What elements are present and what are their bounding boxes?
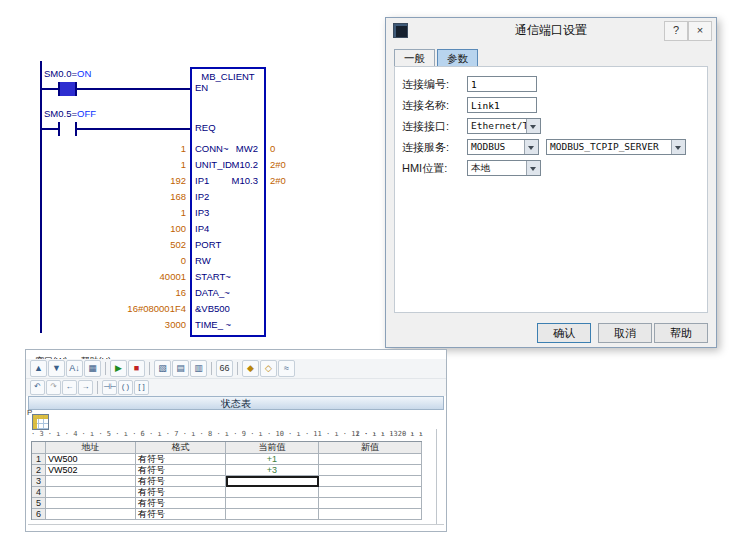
- run-icon[interactable]: ▶: [110, 360, 127, 377]
- address-cell[interactable]: [46, 487, 136, 498]
- status-chart-panel-header[interactable]: 状态表: [28, 396, 444, 410]
- unforce-icon[interactable]: ◇: [260, 360, 277, 377]
- comm-port-settings-dialog: 通信端口设置 ? × 一般参数 连接编号:连接名称:连接接口:Ethernet/…: [385, 17, 717, 348]
- help-button[interactable]: 帮助: [654, 323, 708, 343]
- dialog-titlebar[interactable]: 通信端口设置 ? ×: [386, 18, 716, 42]
- toolbar-main: ▲▼A↓▦▶■▧▤▥66◆◇≈: [26, 359, 446, 379]
- dialog-tab-strip: 一般参数: [394, 48, 480, 67]
- address-cell[interactable]: [46, 498, 136, 509]
- param-pin: PORT: [195, 239, 221, 251]
- corner-cell: [32, 442, 46, 454]
- sort-ascending-icon[interactable]: A↓: [66, 360, 83, 377]
- chart-status-icon[interactable]: ▧: [154, 360, 171, 377]
- dialog-close-button[interactable]: ×: [688, 21, 712, 41]
- insert-box-icon[interactable]: [ ]: [134, 380, 149, 395]
- dropdown-arrow-icon: [526, 119, 540, 133]
- format-cell[interactable]: 有符号: [136, 487, 226, 498]
- new-value-cell[interactable]: [319, 476, 422, 487]
- insert-table-icon[interactable]: ▦: [84, 360, 101, 377]
- navigate-left-icon[interactable]: ←: [62, 380, 77, 395]
- connection-interface-select-label: 连接接口:: [402, 118, 449, 134]
- connection-name-field[interactable]: [467, 97, 537, 113]
- arrow-glyph: [530, 125, 536, 129]
- undo-icon[interactable]: ↶: [30, 380, 45, 395]
- table-row: 1VW500有符号+1: [32, 454, 422, 465]
- read-all-icon[interactable]: ▤: [172, 360, 189, 377]
- new-value-cell[interactable]: [319, 465, 422, 476]
- contact-label[interactable]: SM0.0=ON: [44, 68, 91, 80]
- contact-bar: [58, 122, 60, 136]
- new-value-cell[interactable]: [319, 509, 422, 520]
- param-value: 40001: [50, 271, 186, 283]
- format-cell[interactable]: 有符号: [136, 465, 226, 476]
- connection-interface-select[interactable]: Ethernet/TCP: [467, 118, 541, 134]
- format-cell[interactable]: 有符号: [136, 509, 226, 520]
- format-cell[interactable]: 有符号: [136, 476, 226, 487]
- address-cell[interactable]: VW500: [46, 454, 136, 465]
- address-cell[interactable]: [46, 476, 136, 487]
- format-cell[interactable]: 有符号: [136, 498, 226, 509]
- contact-energized-fill: [60, 82, 75, 96]
- output-operand: M10.2: [190, 159, 258, 171]
- power-rail: [40, 61, 42, 333]
- current-value-cell[interactable]: +3: [226, 465, 319, 476]
- new-value-cell[interactable]: [319, 454, 422, 465]
- insert-coil-icon[interactable]: ( ): [118, 380, 133, 395]
- current-value-cell[interactable]: [226, 509, 319, 520]
- contact-operand: SM0.0=: [44, 68, 77, 79]
- connection-service-select[interactable]: MODBUS: [467, 139, 539, 155]
- tab-params[interactable]: 参数: [437, 49, 478, 67]
- ruler-right-marks: ı · · ı · 20 · ı: [356, 429, 423, 439]
- new-value-cell[interactable]: [319, 487, 422, 498]
- column-header: 新值: [319, 442, 422, 454]
- address-cell[interactable]: [46, 509, 136, 520]
- contact-state: OFF: [77, 108, 96, 119]
- trend-view-icon[interactable]: ≈: [278, 360, 295, 377]
- panel-bottom-divider: [28, 524, 444, 525]
- contact-operand: SM0.5=: [44, 108, 77, 119]
- insert-contact-icon[interactable]: ⊣⊢: [102, 380, 117, 395]
- move-up-icon[interactable]: ▲: [30, 360, 47, 377]
- connection-interface-select-value: Ethernet/TCP: [468, 119, 526, 133]
- param-pin: DATA_~: [195, 287, 230, 299]
- status-table: 地址格式当前值新值1VW500有符号+12VW502有符号+33有符号4有符号5…: [31, 441, 422, 520]
- current-value-cell[interactable]: [226, 487, 319, 498]
- stop-icon[interactable]: ■: [128, 360, 145, 377]
- tab-general[interactable]: 一般: [394, 49, 435, 67]
- column-header: 格式: [136, 442, 226, 454]
- row-number: 2: [32, 465, 46, 476]
- navigate-right-icon[interactable]: →: [78, 380, 93, 395]
- param-pin: START~: [195, 271, 231, 283]
- block-pin-en: EN: [195, 82, 208, 94]
- connection-number-field[interactable]: [467, 76, 537, 92]
- current-value-cell[interactable]: [226, 498, 319, 509]
- move-down-icon[interactable]: ▼: [48, 360, 65, 377]
- param-value: 3000: [50, 319, 186, 331]
- connection-name-field-label: 连接名称:: [402, 97, 449, 113]
- param-pin: IP4: [195, 223, 209, 235]
- format-cell[interactable]: 有符号: [136, 454, 226, 465]
- arrow-glyph: [675, 146, 681, 150]
- current-value-cell[interactable]: [226, 476, 319, 487]
- panel-title: 状态表: [221, 398, 251, 409]
- output-operand: M10.3: [190, 175, 258, 187]
- confirm-button[interactable]: 确认: [537, 323, 591, 343]
- toolbar-separator: [237, 362, 238, 375]
- address-cell[interactable]: VW502: [46, 465, 136, 476]
- redo-icon[interactable]: ↷: [46, 380, 61, 395]
- monitor-glasses-icon[interactable]: 66: [216, 360, 233, 377]
- force-icon[interactable]: ◆: [242, 360, 259, 377]
- current-value-cell[interactable]: +1: [226, 454, 319, 465]
- new-value-cell[interactable]: [319, 498, 422, 509]
- dialog-help-button[interactable]: ?: [664, 21, 688, 41]
- status-chart-icon[interactable]: [32, 414, 49, 430]
- hmi-location-select[interactable]: 本地: [467, 160, 541, 176]
- output-value: 0: [270, 143, 275, 155]
- connection-service-select-2[interactable]: MODBUS_TCPIP_SERVER: [546, 139, 686, 155]
- contact-label[interactable]: SM0.5=OFF: [44, 108, 96, 120]
- toolbar-separator: [105, 362, 106, 375]
- table-header-row: 地址格式当前值新值: [32, 442, 422, 454]
- dropdown-arrow-icon: [524, 140, 538, 154]
- write-all-icon[interactable]: ▥: [190, 360, 207, 377]
- cancel-button[interactable]: 取消: [598, 323, 652, 343]
